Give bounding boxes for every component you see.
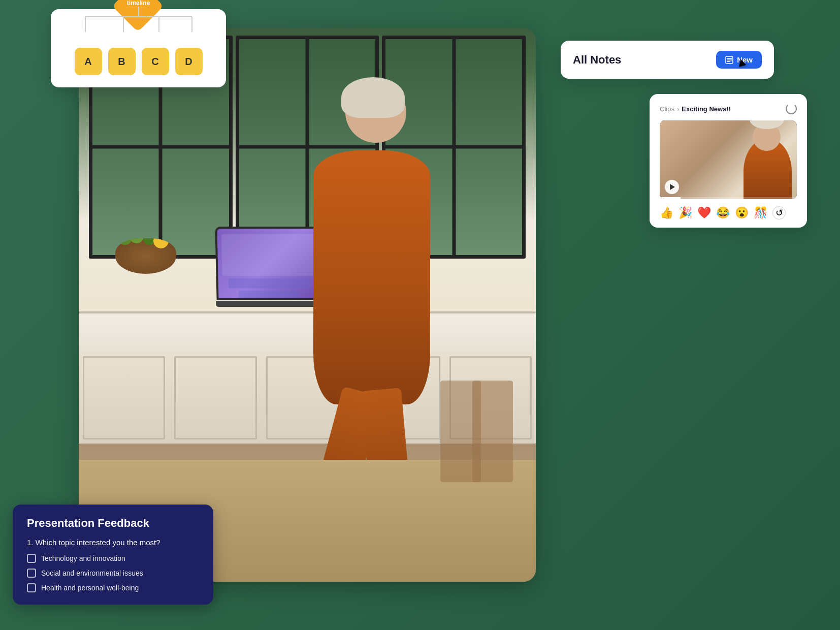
node-c: C [142,48,169,75]
video-progress-bar[interactable] [660,197,797,199]
reactions-row: 👍 🎉 ❤️ 😂 😮 🎊 ↺ [660,206,797,219]
checkbox-1[interactable] [27,554,36,563]
node-a: A [75,48,102,75]
node-b: B [108,48,136,75]
breadcrumb-parent: Clips [660,105,674,113]
new-button-icon [725,56,733,64]
chair-2 [440,381,481,482]
refresh-button[interactable] [786,103,797,114]
option-2-label: Social and environmental issues [41,569,143,577]
all-notes-title: All Notes [573,53,621,67]
clips-header: Clips › Exciting News!! [660,103,797,114]
node-d: D [175,48,203,75]
checkbox-3[interactable] [27,583,36,592]
reaction-thumbsup[interactable]: 👍 [660,206,673,219]
feedback-question: 1. Which topic interested you the most? [27,538,199,547]
clips-card: Clips › Exciting News!! 👍 🎉 ❤️ 😂 😮 🎊 ↺ [650,94,807,228]
option-3-label: Health and personal well-being [41,584,139,592]
diamond-label: Project timeline [122,0,155,7]
play-icon [670,184,675,190]
kitchen-background [79,28,536,582]
reaction-custom[interactable]: ↺ [772,206,786,219]
reaction-wow[interactable]: 😮 [735,206,749,219]
feedback-option-1[interactable]: Technology and innovation [27,554,199,563]
fruit-bowl [115,238,176,274]
clips-breadcrumb: Clips › Exciting News!! [660,105,731,113]
reaction-laugh[interactable]: 😂 [716,206,730,219]
feedback-option-3[interactable]: Health and personal well-being [27,583,199,592]
breadcrumb-separator: › [677,105,679,113]
option-1-label: Technology and innovation [41,554,125,562]
main-photo-card [79,28,536,582]
connector-lines [65,7,212,35]
reaction-clap[interactable]: 🎉 [679,206,692,219]
timeline-nodes: A B C D [63,48,214,75]
play-button[interactable] [665,180,679,194]
breadcrumb-current: Exciting News!! [682,105,731,113]
timeline-card: Project timeline A B C D [51,9,226,87]
video-container[interactable] [660,120,797,199]
checkbox-2[interactable] [27,569,36,578]
video-progress-fill [660,197,681,199]
feedback-card: Presentation Feedback 1. Which topic int… [13,505,213,605]
feedback-title: Presentation Feedback [27,517,199,530]
feedback-option-2[interactable]: Social and environmental issues [27,569,199,578]
reaction-heart[interactable]: ❤️ [697,206,711,219]
reaction-party[interactable]: 🎊 [754,206,767,219]
